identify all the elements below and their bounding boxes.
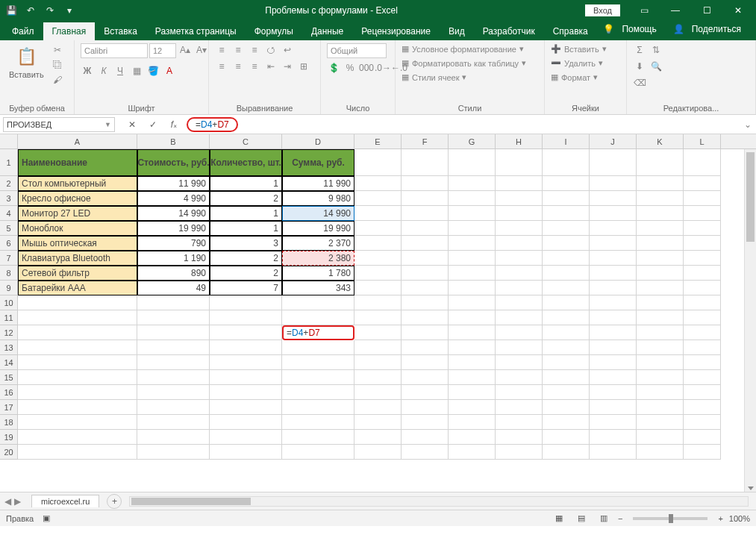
cell[interactable] [449,149,496,176]
cell[interactable] [18,430,137,445]
cell[interactable] [137,400,210,415]
increase-indent-icon[interactable]: ⇥ [281,60,294,73]
cell[interactable] [402,236,449,251]
format-painter-icon[interactable]: 🖌 [50,73,65,87]
expand-formula-bar-icon[interactable]: ⌄ [744,119,756,130]
table-header[interactable]: Сумма, руб. [282,149,354,176]
cell[interactable] [496,340,543,355]
cell[interactable] [496,355,543,370]
cell[interactable] [496,445,543,460]
cell[interactable] [543,251,590,266]
cell[interactable] [590,176,637,191]
cell[interactable] [496,430,543,445]
cell-qty[interactable]: 7 [210,281,282,295]
cut-icon[interactable]: ✂ [50,43,65,57]
align-top-icon[interactable]: ≡ [215,43,228,57]
cell[interactable] [137,325,210,340]
redo-icon[interactable]: ↷ [42,2,58,19]
cell[interactable] [543,176,590,191]
cell[interactable] [18,325,137,340]
italic-icon[interactable]: К [97,64,110,78]
col-header[interactable]: A [18,134,137,148]
bold-icon[interactable]: Ж [81,64,94,78]
cell-name[interactable]: Сетевой фильтр [18,266,137,281]
tab-formulas[interactable]: Формулы [246,22,302,40]
cell-name[interactable]: Клавиатура Bluetooth [18,251,137,266]
cell[interactable] [282,445,354,460]
cell-cost[interactable]: 890 [137,266,210,281]
cell[interactable] [402,191,449,206]
row-header[interactable]: 15 [0,370,18,385]
cell[interactable] [354,415,402,430]
cell[interactable] [449,206,496,221]
cell[interactable] [543,191,590,206]
sheet-nav-next-icon[interactable]: ▶ [14,496,21,507]
font-size-combo[interactable]: 12 [149,43,176,58]
cell[interactable] [496,295,543,310]
cell[interactable] [590,385,637,400]
insert-cells-button[interactable]: ➕ Вставить ▾ [551,43,607,54]
cell-sum[interactable]: 11 990 [282,176,354,191]
cell[interactable] [590,206,637,221]
cell[interactable] [543,221,590,236]
increase-decimal-icon[interactable]: .0→ [376,61,390,75]
cell[interactable] [137,445,210,460]
row-header[interactable]: 13 [0,340,18,355]
font-name-combo[interactable]: Calibri [81,43,148,58]
cell[interactable] [402,176,449,191]
share-button[interactable]: 👤 Поделиться [669,18,750,40]
cell[interactable] [590,295,637,310]
cell-cost[interactable]: 49 [137,281,210,295]
cell[interactable] [684,221,721,236]
sheet-tab[interactable]: microexcel.ru [31,495,99,507]
cell[interactable] [496,236,543,251]
cell[interactable] [590,251,637,266]
cell[interactable] [637,191,684,206]
cell[interactable] [402,370,449,385]
cell[interactable] [637,206,684,221]
cell[interactable] [590,445,637,460]
format-cells-button[interactable]: ▦ Формат ▾ [551,72,598,83]
col-header[interactable]: L [684,134,721,148]
qat-customize-icon[interactable]: ▾ [61,2,78,19]
cell[interactable] [18,370,137,385]
cell[interactable] [684,236,721,251]
cell-qty[interactable]: 3 [210,236,282,251]
orientation-icon[interactable]: ⭯ [264,43,278,57]
name-box[interactable]: ПРОИЗВЕД ▼ [3,117,115,132]
cell[interactable] [210,430,282,445]
table-header[interactable]: Количество, шт. [210,149,282,176]
cell[interactable] [684,370,721,385]
cell[interactable] [684,310,721,325]
cell-qty[interactable]: 1 [210,206,282,221]
cell[interactable] [590,430,637,445]
cell[interactable] [449,221,496,236]
cell[interactable] [354,340,402,355]
cell[interactable] [210,355,282,370]
cell[interactable] [18,385,137,400]
table-header[interactable]: Стоимость, руб. [137,149,210,176]
cell[interactable] [137,385,210,400]
cell[interactable] [590,266,637,281]
cell[interactable] [402,251,449,266]
cell[interactable] [543,340,590,355]
cell[interactable] [210,340,282,355]
active-cell[interactable]: =D4+D7 [282,325,354,340]
cell-qty[interactable]: 2 [210,266,282,281]
row-header[interactable]: 14 [0,355,18,370]
add-sheet-button[interactable]: + [107,494,122,509]
row-header[interactable]: 11 [0,310,18,325]
tab-review[interactable]: Рецензирование [352,22,440,40]
normal-view-icon[interactable]: ▦ [551,512,567,525]
col-header[interactable]: D [282,134,354,148]
sheet-nav-prev-icon[interactable]: ◀ [4,496,11,507]
cell[interactable] [137,415,210,430]
cell-sum[interactable]: 9 980 [282,191,354,206]
align-middle-icon[interactable]: ≡ [231,43,245,57]
currency-icon[interactable]: 💲 [327,61,340,75]
cell[interactable] [449,281,496,295]
cell-sum[interactable]: 1 780 [282,266,354,281]
cell[interactable] [637,176,684,191]
format-as-table-button[interactable]: ▦ Форматировать как таблицу ▾ [402,57,526,69]
tab-insert[interactable]: Вставка [95,22,146,40]
